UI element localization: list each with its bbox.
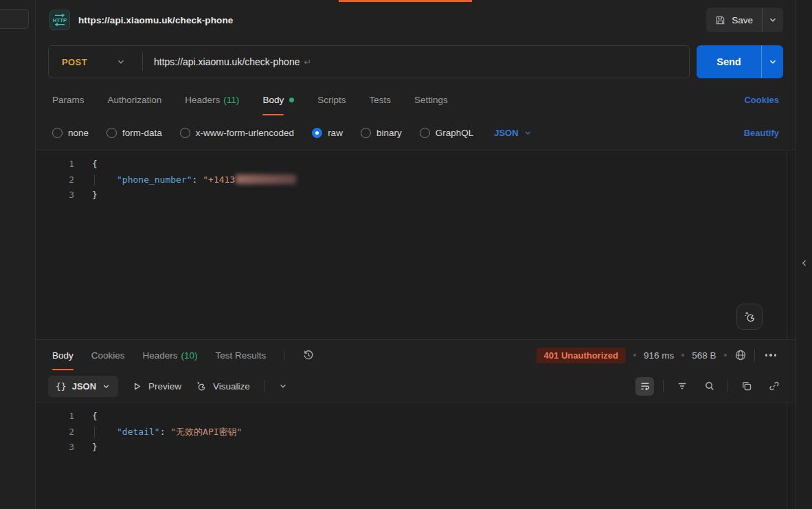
code-line: 1 { bbox=[36, 409, 796, 425]
radio-x-www-form-urlencoded[interactable]: x-www-form-urlencoded bbox=[180, 128, 294, 138]
editor-scrollbar-track[interactable] bbox=[787, 403, 787, 509]
sparkle-circle-icon bbox=[195, 381, 207, 392]
method-select[interactable]: POST bbox=[49, 57, 142, 67]
copy-icon bbox=[741, 381, 752, 392]
radio-none[interactable]: none bbox=[52, 128, 89, 138]
request-body-editor[interactable]: 1 { 2 "phone_number": "+1413 3 } bbox=[36, 150, 796, 339]
search-icon bbox=[704, 381, 715, 392]
line-number: 1 bbox=[36, 409, 74, 425]
link-icon bbox=[769, 381, 780, 392]
left-sidebar bbox=[0, 0, 36, 509]
format-options-button[interactable] bbox=[278, 381, 288, 391]
json-key: "detail" bbox=[117, 427, 160, 437]
wrap-text-icon bbox=[640, 381, 651, 392]
divider bbox=[264, 380, 264, 392]
link-button[interactable] bbox=[765, 377, 783, 396]
json-key: "phone_number" bbox=[117, 174, 192, 185]
response-panel: Body Cookies Headers(10) Test Results 40… bbox=[36, 339, 796, 509]
code-line: 1 { bbox=[36, 157, 796, 172]
response-tab-test-results[interactable]: Test Results bbox=[216, 340, 267, 370]
response-headers-count: (10) bbox=[181, 350, 198, 361]
radio-graphql[interactable]: GraphQL bbox=[420, 128, 474, 138]
response-tabs: Body Cookies Headers(10) Test Results 40… bbox=[36, 340, 796, 370]
response-tab-cookies[interactable]: Cookies bbox=[91, 340, 125, 370]
response-history-button[interactable] bbox=[302, 349, 315, 361]
save-icon bbox=[715, 15, 725, 25]
cookies-link[interactable]: Cookies bbox=[744, 95, 779, 105]
radio-circle bbox=[361, 128, 371, 138]
request-header: HTTP https://api.xiaomu.uk/check-phone S… bbox=[36, 0, 796, 40]
radio-circle bbox=[420, 128, 430, 138]
sidebar-collapsed-item[interactable] bbox=[0, 9, 29, 29]
save-options-button[interactable] bbox=[762, 8, 783, 32]
tab-headers[interactable]: Headers(11) bbox=[185, 84, 239, 115]
tab-settings[interactable]: Settings bbox=[414, 84, 448, 115]
save-split-button: Save bbox=[706, 8, 783, 32]
play-outline-icon bbox=[132, 381, 142, 392]
url-bar: POST https://api.xiaomu.uk/check-phone↵ … bbox=[36, 40, 796, 84]
collapse-panel-icon[interactable] bbox=[800, 16, 809, 509]
filter-button[interactable] bbox=[673, 377, 691, 396]
send-button[interactable]: Send bbox=[697, 45, 761, 78]
response-toolbar-actions bbox=[635, 377, 783, 396]
separator-dot bbox=[724, 354, 727, 357]
radio-binary[interactable]: binary bbox=[361, 128, 402, 138]
url-container: POST https://api.xiaomu.uk/check-phone↵ bbox=[48, 45, 690, 78]
body-modified-dot bbox=[289, 98, 294, 102]
copy-button[interactable] bbox=[737, 377, 756, 396]
send-button-label: Send bbox=[717, 56, 741, 67]
postbot-button[interactable] bbox=[736, 304, 763, 330]
enter-hint-icon: ↵ bbox=[304, 57, 311, 67]
response-body-editor[interactable]: 1 { 2 "detail": "无效的API密钥" 3 } bbox=[36, 402, 796, 509]
request-title: https://api.xiaomu.uk/check-phone bbox=[78, 15, 698, 25]
editor-scrollbar-track[interactable] bbox=[787, 150, 787, 339]
chevron-down-icon bbox=[768, 57, 778, 67]
send-options-button[interactable] bbox=[761, 45, 783, 78]
app-window: HTTP https://api.xiaomu.uk/check-phone S… bbox=[0, 0, 812, 509]
request-tabs: Params Authorization Headers(11) Body Sc… bbox=[36, 84, 796, 115]
radio-form-data[interactable]: form-data bbox=[106, 128, 162, 138]
line-number: 2 bbox=[36, 425, 74, 440]
line-number: 2 bbox=[36, 172, 74, 188]
save-button-label: Save bbox=[732, 15, 753, 25]
divider bbox=[754, 349, 755, 361]
response-format-select[interactable]: {} JSON bbox=[48, 376, 118, 397]
radio-raw[interactable]: raw bbox=[312, 128, 343, 138]
line-number: 3 bbox=[36, 188, 74, 203]
tab-params[interactable]: Params bbox=[52, 84, 84, 115]
main-panel: HTTP https://api.xiaomu.uk/check-phone S… bbox=[36, 0, 796, 509]
indent-guide bbox=[94, 174, 95, 186]
beautify-link[interactable]: Beautify bbox=[744, 128, 779, 138]
response-tab-headers[interactable]: Headers(10) bbox=[143, 340, 198, 370]
tab-authorization[interactable]: Authorization bbox=[108, 84, 162, 115]
sparkle-circle-icon bbox=[743, 310, 756, 324]
network-info-button[interactable] bbox=[734, 349, 747, 361]
preview-button[interactable]: Preview bbox=[132, 381, 181, 392]
status-badge: 401 Unauthorized bbox=[537, 348, 626, 363]
chevron-down-icon bbox=[768, 15, 778, 25]
tab-body[interactable]: Body bbox=[262, 84, 294, 115]
search-button[interactable] bbox=[700, 377, 719, 396]
divider bbox=[663, 380, 664, 392]
save-button[interactable]: Save bbox=[706, 8, 762, 32]
divider bbox=[728, 380, 728, 392]
globe-icon bbox=[734, 349, 747, 361]
response-tab-body[interactable]: Body bbox=[52, 340, 74, 370]
chevron-down-icon bbox=[116, 57, 126, 67]
tab-scripts[interactable]: Scripts bbox=[317, 84, 346, 115]
url-input[interactable]: https://api.xiaomu.uk/check-phone↵ bbox=[143, 56, 689, 67]
separator-dot bbox=[681, 354, 684, 357]
visualize-button[interactable]: Visualize bbox=[195, 381, 250, 392]
send-split-button: Send bbox=[697, 45, 783, 78]
code-line: 3 } bbox=[36, 188, 796, 203]
indent-guide bbox=[94, 427, 95, 438]
tab-tests[interactable]: Tests bbox=[369, 84, 391, 115]
curly-braces-icon: {} bbox=[56, 381, 67, 392]
code-line: 2 "detail": "无效的API密钥" bbox=[36, 425, 796, 440]
response-time: 916 ms bbox=[644, 350, 674, 361]
more-options-button[interactable] bbox=[763, 351, 780, 359]
radio-circle-selected bbox=[312, 128, 322, 138]
separator-dot bbox=[633, 354, 636, 357]
body-language-select[interactable]: JSON bbox=[494, 128, 532, 138]
wrap-text-button[interactable] bbox=[635, 377, 654, 396]
